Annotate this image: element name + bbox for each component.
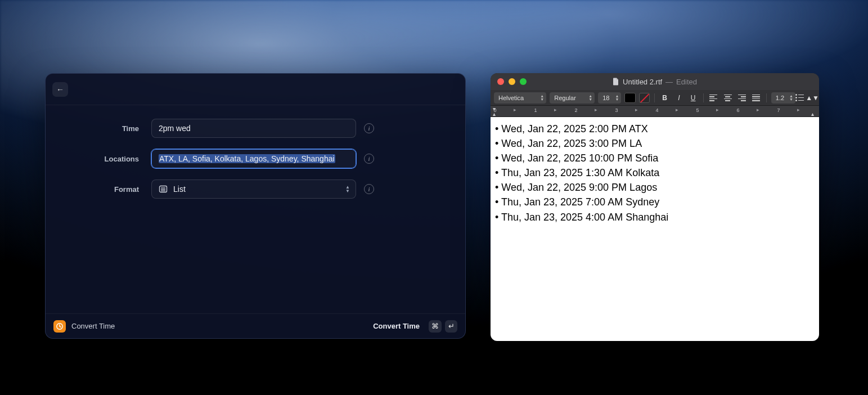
document-line[interactable]: • Wed, Jan 22, 2025 2:00 PM ATX [495,122,815,136]
desktop-wallpaper: ← Time i Locations ATX, LA, Sofia, Kolka… [0,0,868,395]
format-select[interactable]: List ▲▼ [151,179,356,199]
text-color-swatch[interactable] [624,93,635,103]
ruler-number: 3 [615,107,618,113]
chevron-up-down-icon: ▲▼ [806,94,819,102]
extension-name: Convert Time [71,322,115,330]
tab-stop-icon[interactable]: ▸ [757,107,759,113]
document-line[interactable]: • Wed, Jan 22, 2025 10:00 PM Sofia [495,151,815,165]
chevron-up-down-icon: ▲▼ [345,185,350,193]
underline-button[interactable]: U [688,92,699,104]
extension-icon [53,320,66,333]
row-locations: Locations ATX, LA, Sofia, Kolkata, Lagos… [91,149,420,168]
back-button[interactable]: ← [52,82,68,97]
right-indent-marker[interactable]: ▴ [811,111,814,117]
bullet-list-icon [795,94,804,101]
italic-button[interactable]: I [673,92,684,104]
font-family-select[interactable]: Helvetica▲▼ [494,92,546,104]
ruler-number: 4 [655,107,658,113]
locations-selected-text: ATX, LA, Sofia, Kolkata, Lagos, Sydney, … [159,154,335,163]
separator [766,93,767,102]
ruler-number: 6 [736,107,739,113]
textedit-toolbar: Helvetica▲▼ Regular▲▼ 18▲▼ B I U 1.2▲▼ [491,90,819,106]
textedit-title: Untitled 2.rtf — Edited [491,78,819,86]
tab-stop-icon[interactable]: ▸ [635,107,638,113]
ruler-number: 1 [534,107,537,113]
tab-stop-icon[interactable]: ▸ [676,107,678,113]
textedit-document-body[interactable]: • Wed, Jan 22, 2025 2:00 PM ATX• Wed, Ja… [491,117,819,341]
time-input[interactable] [151,119,356,138]
document-icon [613,78,619,86]
document-line[interactable]: • Thu, Jan 23, 2025 1:30 AM Kolkata [495,165,815,180]
kbd-enter: ↵ [445,320,457,333]
window-controls [497,78,527,85]
document-line[interactable]: • Wed, Jan 22, 2025 9:00 PM Lagos [495,180,815,195]
tab-stop-icon[interactable]: ▸ [514,107,516,113]
kbd-cmd: ⌘ [429,320,442,333]
zoom-button[interactable] [520,78,527,85]
ruler-number: 2 [574,107,577,113]
minimize-button[interactable] [509,78,515,85]
font-weight-select[interactable]: Regular▲▼ [550,92,595,104]
textedit-ruler[interactable]: 0▸1▸2▸3▸4▸5▸6▸7▸▾▴▴ [491,106,819,117]
chevron-up-down-icon: ▲▼ [615,95,619,101]
ruler-number: 7 [777,107,780,113]
document-line[interactable]: • Thu, Jan 23, 2025 4:00 AM Shanghai [495,210,815,225]
raycast-window: ← Time i Locations ATX, LA, Sofia, Kolka… [45,73,466,339]
tab-stop-icon[interactable]: ▸ [595,107,597,113]
align-left-button[interactable] [708,92,719,104]
separator [703,93,704,102]
list-style-select[interactable]: ▲▼ [799,92,816,104]
row-time: Time i [91,119,420,138]
row-format: Format List ▲▼ i [91,179,420,199]
separator [654,93,655,102]
align-right-button[interactable] [736,92,747,104]
format-value: List [173,185,186,194]
ruler-number: 5 [696,107,699,113]
close-button[interactable] [497,78,504,85]
align-justify-button[interactable] [751,92,762,104]
primary-action-label[interactable]: Convert Time [373,322,420,330]
chevron-up-down-icon: ▲▼ [789,95,793,101]
document-line[interactable]: • Wed, Jan 22, 2025 3:00 PM LA [495,136,815,151]
info-icon[interactable]: i [364,184,374,194]
highlight-color-swatch[interactable] [639,93,650,103]
document-line[interactable]: • Thu, Jan 23, 2025 7:00 AM Sydney [495,195,815,209]
bold-button[interactable]: B [659,92,670,104]
font-size-select[interactable]: 18▲▼ [598,92,621,104]
label-locations: Locations [91,155,151,163]
raycast-titlebar: ← [46,74,465,105]
locations-input[interactable]: ATX, LA, Sofia, Kolkata, Lagos, Sydney, … [151,149,356,168]
raycast-footer: Convert Time Convert Time ⌘ ↵ [46,313,465,338]
label-format: Format [91,185,151,194]
textedit-titlebar[interactable]: Untitled 2.rtf — Edited [491,73,819,90]
raycast-form: Time i Locations ATX, LA, Sofia, Kolkata… [46,105,465,313]
arrow-left-icon: ← [56,86,64,93]
list-icon [159,185,168,194]
tab-stop-icon[interactable]: ▸ [554,107,557,113]
left-indent-marker[interactable]: ▴ [493,111,496,117]
info-icon[interactable]: i [364,154,374,164]
chevron-up-down-icon: ▲▼ [588,95,592,101]
label-time: Time [91,124,151,133]
chevron-up-down-icon: ▲▼ [540,95,544,101]
tab-stop-icon[interactable]: ▸ [797,107,800,113]
tab-stop-icon[interactable]: ▸ [716,107,719,113]
textedit-window: Untitled 2.rtf — Edited Helvetica▲▼ Regu… [491,73,819,341]
info-icon[interactable]: i [364,123,374,133]
line-spacing-select[interactable]: 1.2▲▼ [771,92,795,104]
align-center-button[interactable] [722,92,733,104]
